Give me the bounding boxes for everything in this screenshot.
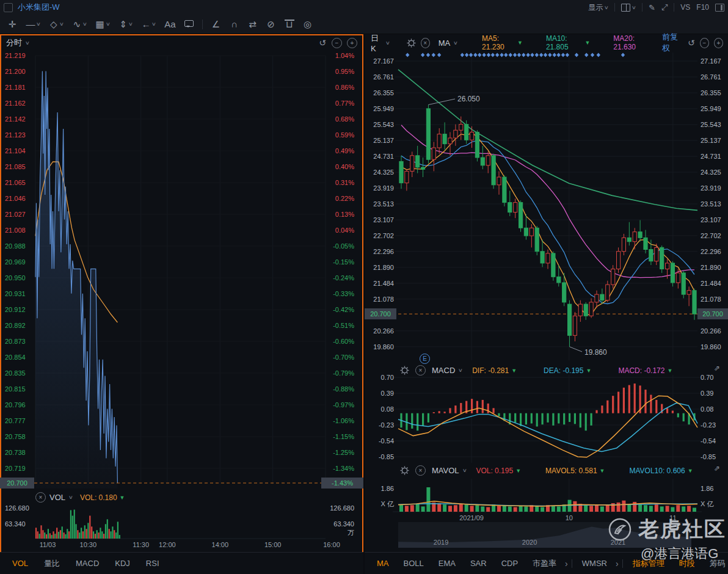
- delete-tool[interactable]: ⊔: [285, 19, 294, 30]
- price-axis-label: 24.325: [701, 167, 727, 177]
- fullscreen-icon[interactable]: ⤢: [661, 2, 668, 12]
- price-axis-label: 20.854: [5, 352, 35, 362]
- expand-pane-icon[interactable]: ⇗: [714, 364, 720, 372]
- macd-axis-label: -0.23: [367, 420, 394, 430]
- event-badge[interactable]: E: [420, 354, 430, 364]
- indicator-tab-rsi[interactable]: RSI: [146, 559, 159, 568]
- arrow-tool[interactable]: ←∨: [141, 19, 156, 29]
- indicator-tab-EMA[interactable]: EMA: [439, 559, 456, 568]
- price-axis-label: 21.484: [701, 278, 727, 288]
- indicator-tab-SAR[interactable]: SAR: [470, 559, 487, 568]
- percent-axis-label: 0.86%: [322, 82, 359, 92]
- close-indicator-icon[interactable]: ×: [415, 465, 426, 476]
- chevron-down-icon: ∨: [68, 495, 73, 500]
- adjust-mode-link[interactable]: 前复权: [662, 32, 683, 54]
- layout-menu[interactable]: ∨: [621, 4, 636, 12]
- hide-tool[interactable]: ⊘: [266, 19, 276, 30]
- minute-volume-canvas[interactable]: [0, 506, 363, 541]
- indicator-tab-量比[interactable]: 量比: [44, 558, 60, 569]
- text-tool[interactable]: Aa: [164, 19, 175, 29]
- daily-volume-canvas[interactable]: [365, 478, 728, 514]
- chart-pattern-tool[interactable]: ▦∨: [95, 19, 110, 30]
- chevron-right-icon[interactable]: ›: [565, 559, 568, 569]
- cursor-move-tool[interactable]: ✛: [7, 19, 17, 30]
- percent-axis-label: -0.60%: [322, 336, 359, 346]
- price-axis-label: 21.200: [5, 67, 35, 76]
- volume-scale-label: X 亿: [367, 499, 394, 509]
- gear-icon[interactable]: [407, 38, 416, 48]
- comment-bubble-icon: [184, 20, 194, 27]
- current-price-label: 20.700: [697, 308, 728, 319]
- indicator-tab-kdj[interactable]: KDJ: [115, 559, 130, 568]
- price-axis-label: 25.949: [701, 104, 727, 114]
- sync-tool[interactable]: ⇄: [248, 19, 258, 30]
- close-indicator-icon[interactable]: ×: [35, 492, 46, 503]
- watermark: 老虎社区: [608, 515, 726, 543]
- price-axis-label: 22.702: [701, 231, 727, 241]
- trend-line-tool[interactable]: —∨: [26, 19, 40, 29]
- indicator-tab-macd[interactable]: MACD: [76, 559, 99, 568]
- zoom-in-icon[interactable]: +: [347, 38, 357, 48]
- zoom-out-icon[interactable]: −: [332, 38, 342, 48]
- minute-chart-panel[interactable]: 分时 ∨ ↺ − + 21.21921.20021.18121.16221.14…: [0, 34, 363, 574]
- price-axis-label: 21.123: [5, 130, 35, 140]
- vol-indicator-selector[interactable]: VOL: [49, 493, 65, 502]
- indicator-tab-MA[interactable]: MA: [377, 559, 389, 568]
- macd-canvas[interactable]: [365, 374, 728, 464]
- symbol-title[interactable]: 小米集团-W: [18, 2, 60, 13]
- ma-value[interactable]: MA5: 21.230▼: [482, 34, 523, 51]
- window-icon[interactable]: [4, 3, 13, 12]
- price-axis-label: 21.078: [701, 294, 727, 304]
- expand-pane-icon[interactable]: ⇗: [714, 464, 720, 473]
- titlebar-divider: [642, 3, 642, 12]
- price-axis-label: 23.513: [367, 199, 394, 209]
- pattern-draw-tool[interactable]: ◇∨: [49, 19, 64, 30]
- percent-axis-label: -1.06%: [322, 416, 359, 426]
- chevron-down-icon: ∨: [385, 40, 390, 46]
- elliott-wave-tool[interactable]: ∿∨: [72, 19, 87, 30]
- measure-tool[interactable]: ⇕∨: [118, 19, 133, 30]
- angle-tool[interactable]: ∠: [211, 19, 221, 30]
- price-axis-label: 24.325: [367, 167, 394, 177]
- indicator-tab-WMSR[interactable]: WMSR: [582, 559, 607, 568]
- percent-axis-label: 0.31%: [322, 178, 359, 187]
- link-tool[interactable]: ◎: [303, 19, 313, 30]
- comment-tool[interactable]: [184, 22, 194, 27]
- time-axis-label: 2021/09: [453, 514, 490, 521]
- tabbar-divider: [622, 559, 623, 568]
- chart-type-selector[interactable]: 分时: [6, 37, 22, 48]
- display-menu[interactable]: 显示∨: [588, 2, 608, 13]
- panel-toggle-icon[interactable]: [715, 4, 724, 12]
- indicator-tab-BOLL[interactable]: BOLL: [404, 559, 424, 568]
- magnet-tool[interactable]: ∩: [230, 19, 239, 29]
- ma-indicator-selector[interactable]: MA: [439, 38, 451, 48]
- zoom-out-icon[interactable]: −: [700, 38, 709, 48]
- f10-button[interactable]: F10: [696, 3, 709, 12]
- close-indicator-icon[interactable]: ×: [421, 38, 430, 48]
- mavol-value[interactable]: MAVOL10: 0.606▼: [629, 467, 693, 475]
- ma-value[interactable]: MA20: 21.630: [613, 34, 651, 51]
- mavol-value[interactable]: VOL: 0.195▼: [476, 467, 521, 475]
- minute-chart-canvas[interactable]: [0, 51, 363, 489]
- reset-zoom-icon[interactable]: ↺: [318, 38, 327, 48]
- draw-toggle-icon[interactable]: ✎: [649, 3, 655, 12]
- zoom-in-icon[interactable]: +: [714, 38, 723, 48]
- mavol-indicator-selector[interactable]: MAVOL: [432, 466, 459, 475]
- indicator-tab-市盈率[interactable]: 市盈率: [533, 558, 556, 569]
- mavol-value[interactable]: MAVOL5: 0.581▼: [545, 467, 605, 475]
- reset-zoom-icon[interactable]: ↺: [688, 38, 695, 48]
- current-pct-label: -1.43%: [321, 478, 363, 489]
- ma-value[interactable]: MA10: 21.805▼: [546, 34, 590, 51]
- vol-value[interactable]: VOL: 0.180▼: [80, 493, 125, 502]
- candlestick-canvas[interactable]: [365, 51, 728, 361]
- indicator-tab-vol[interactable]: VOL: [12, 559, 28, 568]
- chevron-right-icon[interactable]: ›: [616, 559, 619, 569]
- gear-icon[interactable]: [400, 466, 409, 475]
- chart-type-selector[interactable]: 日K: [371, 33, 382, 53]
- price-axis-label: 20.892: [5, 321, 35, 330]
- vs-button[interactable]: VS: [680, 3, 690, 12]
- price-axis-label: 20.777: [5, 416, 35, 426]
- daily-chart-panel[interactable]: 日K ∨ × MA ∨ MA5: 21.230▼MA10: 21.805▼MA2…: [365, 34, 728, 574]
- indicator-tab-CDP[interactable]: CDP: [501, 559, 518, 568]
- macd-axis-label: -0.54: [701, 436, 727, 446]
